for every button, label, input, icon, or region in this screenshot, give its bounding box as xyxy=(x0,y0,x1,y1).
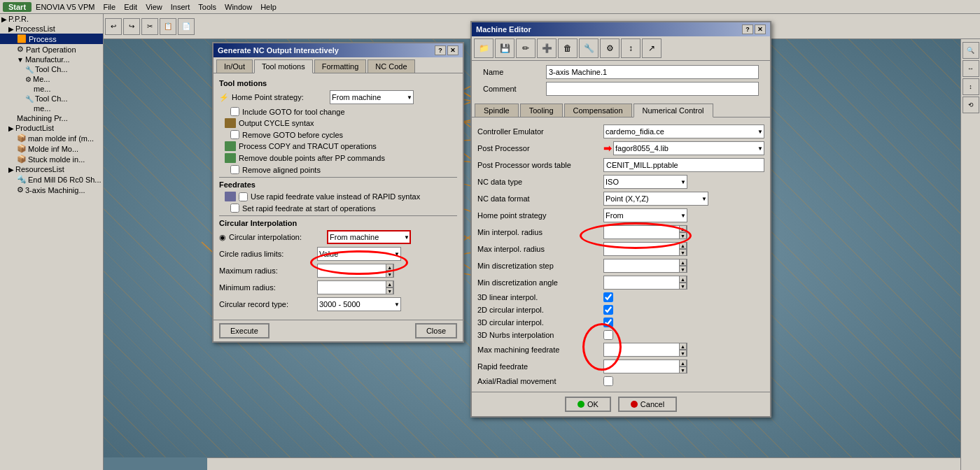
dialog-machine-close-btn[interactable]: ✕ xyxy=(755,24,766,34)
menu-file[interactable]: File xyxy=(99,1,120,13)
me-axialradial-checkbox[interactable] xyxy=(603,376,613,386)
tab-inout[interactable]: In/Out xyxy=(216,59,253,73)
tab-toolmotions[interactable]: Tool motions xyxy=(254,59,313,73)
me-ncdatatype-select[interactable]: ISO APT xyxy=(603,175,687,189)
sidebar-item-process[interactable]: 🟧 Process xyxy=(0,34,103,44)
me-mindiscretstep-input[interactable]: 1e-004mm xyxy=(604,262,679,270)
max-radius-up[interactable]: ▲ xyxy=(386,264,393,271)
sidebar-item-resourceslist[interactable]: ▶ ResourcesList xyxy=(0,164,103,174)
sidebar-item-moldeinf[interactable]: 📦 Molde inf Mo... xyxy=(0,143,103,154)
max-radius-input[interactable]: 100000.000000 xyxy=(318,266,386,275)
sidebar-item-machiningpr[interactable]: Machining Pr... xyxy=(0,113,103,123)
close-button[interactable]: Close xyxy=(415,323,457,339)
sidebar-item-stuck[interactable]: 📦 Stuck molde in... xyxy=(0,154,103,164)
sidebar-item-partoperation[interactable]: ⚙ Part Operation xyxy=(0,44,103,55)
menu-enovia[interactable]: ENOVIA V5 VPM xyxy=(31,1,99,13)
sidebar-item-endmill[interactable]: 🔩 End Mill D6 Rc0 Sh... xyxy=(0,174,103,185)
me-mininterpolradius-up[interactable]: ▲ xyxy=(679,225,687,232)
sidebar-item-me1[interactable]: ⚙ Me... xyxy=(0,74,103,84)
me-ok-button[interactable]: OK xyxy=(565,397,611,412)
me-maxmachining-input[interactable]: 3000mm_mn xyxy=(604,346,679,354)
me-rapidfeedrate-input[interactable]: 3000mm_mn xyxy=(604,362,679,371)
tab-formatting[interactable]: Formatting xyxy=(314,59,367,73)
toolbar-btn2[interactable]: ↪ xyxy=(123,18,140,35)
sidebar-item-3axismachine[interactable]: ⚙ 3-axis Machinig... xyxy=(0,185,103,195)
me-rapidfeedrate-down[interactable]: ▼ xyxy=(679,366,687,373)
circular-interp-select[interactable]: From machine None 2D 3D xyxy=(327,230,411,244)
me-comment-input[interactable] xyxy=(546,82,759,96)
me-postproc-select[interactable]: fagor8055_4.lib xyxy=(613,141,764,155)
use-rapid-checkbox[interactable] xyxy=(239,192,248,201)
sidebar-item-processlist[interactable]: ▶ ProcessList xyxy=(0,24,103,34)
remove-goto-checkbox[interactable] xyxy=(230,130,239,139)
sidebar-item-ppr[interactable]: ▶ P.P.R. xyxy=(0,14,103,24)
me-tab-tooling[interactable]: Tooling xyxy=(520,104,563,117)
menu-insert[interactable]: Insert xyxy=(167,1,195,13)
min-radius-input[interactable]: 0.100000 xyxy=(318,283,386,292)
me-3dlinear-checkbox[interactable] xyxy=(603,292,613,302)
me-maxmachining-down[interactable]: ▼ xyxy=(679,350,687,357)
me-mindiscretstep-up[interactable]: ▲ xyxy=(679,259,687,266)
me-tb-tool1[interactable]: 🔧 xyxy=(579,38,598,58)
me-rapidfeedrate-up[interactable]: ▲ xyxy=(679,359,687,366)
me-homepoint-select[interactable]: From None xyxy=(603,208,687,222)
sidebar-item-toolch1[interactable]: 🔧 Tool Ch... xyxy=(0,64,103,74)
me-ncdataformat-select[interactable]: Point (X,Y,Z) Axis xyxy=(603,192,708,206)
min-radius-down[interactable]: ▼ xyxy=(386,287,393,294)
toolbar-btn4[interactable]: 📋 xyxy=(160,18,176,35)
sidebar-item-productlist[interactable]: ▶ ProductList xyxy=(0,123,103,133)
me-tab-compensation[interactable]: Compensation xyxy=(564,104,632,117)
me-tb-add[interactable]: ➕ xyxy=(537,38,556,58)
menu-view[interactable]: View xyxy=(141,1,167,13)
menu-window[interactable]: Window xyxy=(220,1,256,13)
dialog-machine-help-btn[interactable]: ? xyxy=(742,24,753,34)
me-2dcircular-checkbox[interactable] xyxy=(603,305,613,315)
me-tb-save[interactable]: 💾 xyxy=(495,38,514,58)
me-maxinterpolradius-down[interactable]: ▼ xyxy=(679,249,687,256)
menu-edit[interactable]: Edit xyxy=(120,1,141,13)
me-nurbs-checkbox[interactable] xyxy=(603,330,613,340)
remove-aligned-checkbox[interactable] xyxy=(230,165,239,174)
rtb-btn4[interactable]: ⟲ xyxy=(962,97,979,113)
sidebar-item-manufactur[interactable]: ▼ Manufactur... xyxy=(0,55,103,64)
sidebar-item-me3[interactable]: me... xyxy=(0,104,103,113)
me-tb-edit[interactable]: ✏ xyxy=(516,38,536,58)
tab-nccode[interactable]: NC Code xyxy=(368,59,414,73)
min-radius-up[interactable]: ▲ xyxy=(386,280,393,287)
rtb-btn1[interactable]: 🔍 xyxy=(962,42,979,59)
me-mininterpolradius-input[interactable]: 0,01mm xyxy=(604,228,679,236)
me-tb-delete[interactable]: 🗑 xyxy=(558,38,578,58)
sidebar-item-manmolde[interactable]: 📦 man molde inf (m... xyxy=(0,133,103,143)
circle-radius-select[interactable]: Value xyxy=(317,247,401,261)
me-tb-arrow[interactable]: ↗ xyxy=(642,38,662,58)
me-tb-tool2[interactable]: ⚙ xyxy=(600,38,620,58)
me-cancel-button[interactable]: Cancel xyxy=(618,397,677,412)
set-rapid-checkbox[interactable] xyxy=(230,204,239,213)
rtb-btn3[interactable]: ↕ xyxy=(962,78,979,95)
max-radius-down[interactable]: ▼ xyxy=(386,271,393,278)
me-tb-open[interactable]: 📁 xyxy=(474,38,493,58)
me-mininterpolradius-down[interactable]: ▼ xyxy=(679,232,687,239)
sidebar-item-me2[interactable]: me... xyxy=(0,84,103,94)
me-maxmachining-up[interactable]: ▲ xyxy=(679,343,687,350)
me-mindiscretangle-down[interactable]: ▼ xyxy=(679,283,687,290)
toolbar-btn5[interactable]: 📄 xyxy=(178,18,195,35)
me-ppwords-input[interactable] xyxy=(603,158,764,172)
rtb-btn2[interactable]: ↔ xyxy=(962,60,979,77)
me-mindiscretstep-down[interactable]: ▼ xyxy=(679,266,687,273)
menu-tools[interactable]: Tools xyxy=(194,1,220,13)
me-maxinterpolradius-up[interactable]: ▲ xyxy=(679,242,687,249)
me-tab-numericalcontrol[interactable]: Numerical Control xyxy=(634,104,713,118)
dialog-nc-close-btn[interactable]: ✕ xyxy=(447,45,458,55)
home-point-select[interactable]: From machine From tool None xyxy=(330,90,414,104)
start-menu[interactable]: Start xyxy=(3,2,31,12)
sidebar-item-toolch2[interactable]: 🔧 Tool Ch... xyxy=(0,94,103,104)
me-maxinterpolradius-input[interactable]: 5000mm xyxy=(604,245,679,253)
dialog-nc-help-btn[interactable]: ? xyxy=(435,45,446,55)
me-tb-move[interactable]: ↕ xyxy=(621,38,640,58)
menu-help[interactable]: Help xyxy=(256,1,281,13)
toolbar-btn3[interactable]: ✂ xyxy=(141,18,158,35)
include-goto-checkbox[interactable] xyxy=(230,107,239,116)
me-controller-select[interactable]: cardemo_fidia.ce xyxy=(603,124,764,138)
me-tab-spindle[interactable]: Spindle xyxy=(475,104,519,117)
